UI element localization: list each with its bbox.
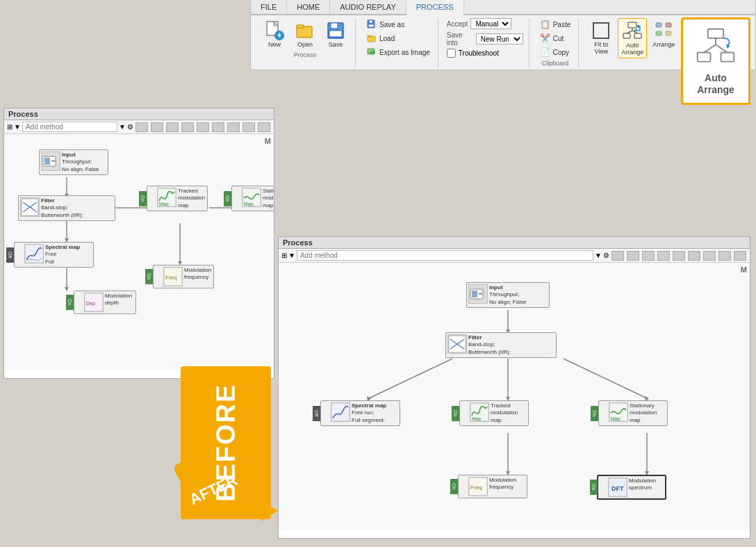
after-toolbar-icon-1: ⊞ [281,252,287,259]
after-tb-9[interactable] [734,251,746,261]
tb-icon-6[interactable] [212,122,224,132]
nos-group-label: Process [294,51,317,58]
before-tracked-mod-node[interactable]: On Map Trackedmodulationmap [147,186,208,211]
svg-text:Map: Map [159,202,169,206]
auto-arrange-ribbon-button[interactable]: AutoArrange [618,18,647,58]
after-stationary-text: Stationarymodulationmap [630,402,657,424]
after-mod-spectrum-toggle[interactable]: On [590,480,598,495]
after-tb-1[interactable] [611,251,624,261]
svg-rect-20 [634,33,641,38]
after-mod-freq-toggle[interactable]: On [450,479,458,494]
after-tb-8[interactable] [718,251,731,261]
svg-rect-27 [656,31,662,35]
after-mod-freq-icon: Freq [468,477,488,496]
add-method-input-after[interactable] [297,250,593,261]
after-tb-7[interactable] [703,251,716,261]
svg-rect-25 [656,23,662,27]
before-spectral-icon [24,244,44,263]
clipboard-label: Clipboard [542,60,569,67]
svg-line-35 [704,44,716,52]
after-input-node[interactable]: InputThroughput;No align; False [466,282,550,308]
toolbar-icon-1: ⊞ [7,123,13,131]
svg-line-70 [369,359,452,398]
after-stationary-toggle[interactable]: On [591,406,598,421]
tb-icon-8[interactable] [243,122,255,132]
after-tracked-toggle[interactable]: On [452,406,459,421]
after-panel-toolbar: ⊞ ▼ ▼ ⚙ [279,249,750,263]
after-tracked-icon: Map [470,402,489,422]
save-button[interactable]: Save [322,18,350,50]
after-tracked-mod-node[interactable]: On Map Trackedmodulationmap [459,400,529,426]
before-panel-title: Process [4,108,274,120]
load-button[interactable]: Load [364,32,432,44]
accept-select[interactable]: Manual [470,18,511,29]
after-tb-2[interactable] [627,251,639,261]
after-stationary-mod-node[interactable]: On Map Stationarymodulationmap [598,400,668,426]
after-tb-6[interactable] [688,251,700,261]
before-spectral-toggle[interactable]: Off [6,247,14,263]
after-mod-spectrum-text: Modulationspectrum [629,477,656,492]
before-mod-depth-toggle[interactable]: On [66,295,74,310]
before-input-node[interactable]: InputThroughput:No align; False [39,149,108,175]
before-filter-node[interactable]: FilterBand-stop;Butterworth (IIR): [18,195,115,221]
fit-to-view-button[interactable]: Fit toView [587,18,615,57]
troubleshoot-checkbox[interactable] [447,49,456,58]
before-mod-depth-node[interactable]: On Dep Modulationdepth [74,291,136,314]
arrange-button[interactable]: Arrange [650,18,677,50]
after-spectral-toggle[interactable]: Off [313,406,320,421]
before-spectral-node[interactable]: Off Spectral mapFreeFull [14,242,94,268]
tab-audio-replay[interactable]: AUDIO REPLAY [330,0,406,14]
after-input-text: InputThroughput;No align; False [489,284,526,306]
tb-icon-9[interactable] [258,122,270,132]
save-into-label: Save into [447,31,473,47]
svg-rect-53 [51,160,55,162]
copy-button[interactable]: 📄 Copy [538,46,573,58]
after-spectral-node[interactable]: Off Spectral mapFree run;Full segment: [320,400,400,426]
tb-icon-3[interactable] [166,122,179,132]
save-as-button[interactable]: Save as [364,18,432,31]
cut-button[interactable]: ✂️ Cut [538,32,573,44]
after-mod-spectrum-node[interactable]: On DFT Modulationspectrum [597,475,666,500]
before-mod-freq-node[interactable]: On Freq Modulationfrequency [153,265,214,288]
tb-icon-1[interactable] [135,122,148,132]
svg-rect-7 [331,23,338,28]
before-stationary-mod-node[interactable]: On Map Stationarymodulationmap [231,186,274,211]
svg-rect-33 [721,53,734,62]
toolbar-icon-3: ▼ [119,123,126,131]
after-toolbar-icon-2: ▼ [288,252,295,259]
tab-home[interactable]: HOME [287,0,330,14]
auto-arrange-popup-icon [695,26,737,68]
before-mod-freq-toggle[interactable]: On [145,269,153,284]
new-button[interactable]: + New [261,18,288,50]
after-filter-node[interactable]: FilterBand-stop;Butterworth (IIR): [445,332,557,358]
auto-arrange-popup-label: Auto Arrange [690,72,741,96]
save-into-select[interactable]: New Run [476,33,523,44]
tab-process[interactable]: PROCESS [406,0,464,15]
tb-icon-5[interactable] [197,122,209,132]
paste-button[interactable]: 📋 Paste [538,18,573,31]
add-method-input-before[interactable] [22,122,117,132]
tb-icon-4[interactable] [181,122,194,132]
after-mod-freq-node[interactable]: On Freq Modulationfrequency [458,475,527,498]
save-icon [324,19,347,42]
after-input-icon [468,284,488,304]
tb-icon-7[interactable] [227,122,240,132]
svg-text:Freq: Freq [470,484,482,491]
svg-rect-8 [329,31,342,37]
open-button[interactable]: Open [291,18,319,50]
svg-rect-26 [666,23,671,27]
svg-line-74 [564,359,647,398]
after-spectral-icon [331,402,350,422]
export-image-button[interactable]: Export as Image [364,46,432,58]
after-panel: Process ⊞ ▼ ▼ ⚙ M [278,236,750,539]
before-tracked-toggle[interactable]: On [139,191,147,206]
auto-arrange-ribbon-label: AutoArrange [621,42,643,56]
tab-file[interactable]: FILE [251,0,287,14]
svg-text:Map: Map [611,416,621,421]
after-tb-3[interactable] [642,251,655,261]
tb-icon-2[interactable] [151,122,163,132]
before-stationary-toggle[interactable]: On [224,191,231,206]
paste-icon: 📋 [540,19,551,30]
after-tb-4[interactable] [657,251,670,261]
after-tb-5[interactable] [673,251,685,261]
